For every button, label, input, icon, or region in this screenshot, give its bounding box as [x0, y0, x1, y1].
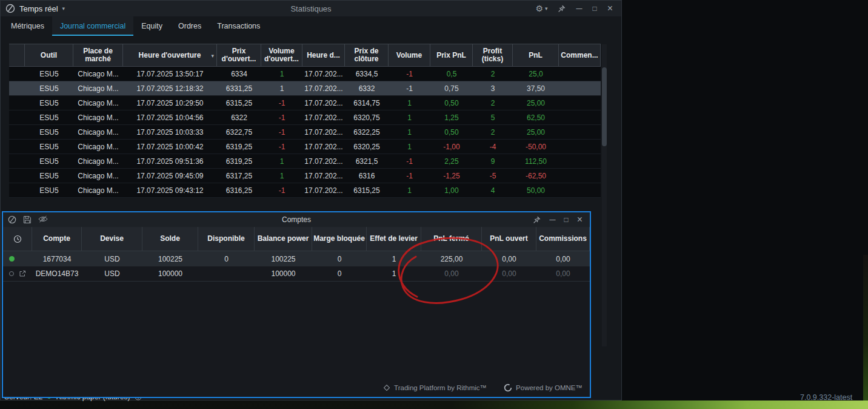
cell: -1 — [389, 81, 430, 95]
cell: 9 — [473, 154, 513, 168]
pin-icon — [533, 216, 541, 224]
workspace-selector[interactable]: Temps réel ▾ — [5, 4, 65, 13]
cell: 0 — [198, 251, 255, 266]
trade-row[interactable]: ESU5Chicago M...17.07.2025 09:43:126316,… — [9, 183, 601, 198]
window-title: Statistiques — [1, 4, 621, 13]
cell: 37,50 — [513, 81, 559, 95]
cell: 6320,75 — [345, 110, 389, 124]
cell — [9, 96, 25, 110]
trades-column-prix-de-cl-ture[interactable]: Prix de clôture — [345, 44, 389, 66]
account-row[interactable]: 1677034USD100225010022501225,000,000,00 — [3, 251, 590, 266]
brand-footer: Trading Platform by Rithmic™ Powered by … — [383, 384, 583, 392]
cell: Chicago M... — [73, 67, 123, 81]
cell: 6322,75 — [217, 125, 261, 139]
trade-row[interactable]: ESU5Chicago M...17.07.2025 10:00:426319,… — [9, 140, 601, 154]
trades-column-prix-pnl[interactable]: Prix PnL — [430, 44, 473, 66]
trade-row[interactable]: ESU5Chicago M...17.07.2025 13:50:1763341… — [9, 67, 601, 81]
trade-row[interactable]: ESU5Chicago M...17.07.2025 09:51:366319,… — [9, 154, 601, 169]
trades-column-indicator[interactable] — [9, 44, 25, 66]
cell: -1 — [261, 110, 302, 124]
trades-column-volume-d-ouvert[interactable]: Volume d'ouvert... — [261, 44, 302, 66]
trades-column-commen[interactable]: Commen... — [559, 44, 601, 66]
trades-column-heure-d[interactable]: Heure d... — [302, 44, 345, 66]
cell: 1 — [389, 183, 430, 197]
accounts-column-pnl-ferm[interactable]: PnL fermé — [421, 227, 482, 251]
close-button[interactable]: × — [607, 3, 613, 14]
tab-m-triques[interactable]: Métriques — [3, 16, 52, 36]
tab-ordres[interactable]: Ordres — [170, 16, 209, 36]
save-button[interactable] — [23, 215, 32, 224]
cell: 0,75 — [430, 81, 473, 95]
accounts-column-solde[interactable]: Solde — [142, 227, 198, 251]
accounts-column-disponible[interactable]: Disponible — [198, 227, 255, 251]
external-link-icon[interactable] — [19, 270, 26, 277]
pin-button[interactable] — [558, 5, 566, 13]
save-icon — [23, 215, 32, 224]
trade-row[interactable]: ESU5Chicago M...17.07.2025 10:03:336322,… — [9, 125, 601, 140]
trades-column-prix-d-ouvert[interactable]: Prix d'ouvert... — [217, 44, 261, 66]
accounts-column-marge-bloqu-e[interactable]: Marge bloquée — [312, 227, 367, 251]
trades-table-body: ESU5Chicago M...17.07.2025 13:50:1763341… — [9, 67, 601, 198]
trade-row[interactable]: ESU5Chicago M...17.07.2025 10:29:506315,… — [9, 96, 601, 110]
settings-button[interactable]: ⚙ ▾ — [535, 4, 547, 13]
tab-equity[interactable]: Equity — [133, 16, 170, 36]
account-row[interactable]: DEMO14B73USD100000100000010,000,000,00 — [3, 266, 590, 282]
tab-journal-commercial[interactable]: Journal commercial — [52, 16, 133, 36]
accounts-column-balance-power[interactable]: Balance power — [255, 227, 312, 251]
vertical-scrollbar[interactable] — [602, 44, 607, 346]
cell: 100225 — [255, 251, 312, 266]
minimize-button[interactable]: ─ — [549, 215, 555, 225]
cell: ESU5 — [25, 154, 73, 168]
trade-row[interactable]: ESU5Chicago M...17.07.2025 12:18:326331,… — [9, 81, 601, 96]
trades-column-pnl[interactable]: PnL — [513, 44, 559, 66]
maximize-button[interactable]: □ — [564, 215, 568, 224]
cell: -1 — [261, 140, 302, 154]
cell: 6331,25 — [217, 81, 261, 95]
titlebar: Temps réel ▾ Statistiques ⚙ ▾ ─ □ × — [1, 1, 621, 16]
cell: 6315,25 — [345, 183, 389, 197]
cell: 0,00 — [536, 266, 590, 281]
close-button[interactable]: × — [577, 214, 583, 225]
cell: 225,00 — [421, 251, 482, 266]
hide-columns-button[interactable] — [38, 215, 48, 224]
sort-filter-caret-icon[interactable]: ▾ — [211, 52, 214, 60]
gear-icon: ⚙ — [535, 4, 543, 13]
accounts-column-indicator[interactable] — [3, 227, 32, 251]
cell: Chicago M... — [73, 110, 123, 124]
minimize-button[interactable]: ─ — [576, 4, 582, 13]
cell: 1 — [261, 169, 302, 183]
rithmic-label: Trading Platform by Rithmic™ — [394, 384, 487, 391]
cell — [559, 96, 601, 110]
accounts-column-devise[interactable]: Devise — [82, 227, 142, 251]
trade-row[interactable]: ESU5Chicago M...17.07.2025 10:04:566322-… — [9, 110, 601, 125]
pin-icon — [558, 5, 566, 13]
version-text: 7.0.9.332-latest — [800, 393, 852, 402]
trades-column-volume[interactable]: Volume — [389, 44, 430, 66]
trades-column-place-de-march[interactable]: Place de marché — [73, 44, 123, 66]
accounts-column-compte[interactable]: Compte — [32, 227, 82, 251]
cell: 0,50 — [430, 125, 473, 139]
cell: 0,00 — [482, 251, 536, 266]
cell: -1 — [389, 154, 430, 168]
tab-transactions[interactable]: Transactions — [209, 16, 268, 36]
cell: 6334,5 — [345, 67, 389, 81]
accounts-column-pnl-ouvert[interactable]: PnL ouvert — [482, 227, 536, 251]
trades-column-outil[interactable]: Outil — [25, 44, 73, 66]
cell: 50,00 — [513, 183, 559, 197]
accounts-column-commissions[interactable]: Commissions — [536, 227, 590, 251]
pin-button[interactable] — [533, 216, 541, 224]
trades-column-profit-ticks[interactable]: Profit (ticks) — [473, 44, 513, 66]
cell: -1 — [261, 183, 302, 197]
accounts-table-header: CompteDeviseSoldeDisponibleBalance power… — [3, 227, 590, 251]
cell: 100000 — [255, 266, 312, 281]
trades-column-heure-d-ouverture[interactable]: Heure d'ouverture▾ — [123, 44, 217, 66]
scrollbar-thumb[interactable] — [602, 67, 607, 146]
accounts-window-controls: ─ □ × — [533, 214, 585, 225]
maximize-button[interactable]: □ — [592, 4, 596, 13]
cell — [9, 154, 25, 168]
trade-row[interactable]: ESU5Chicago M...17.07.2025 09:45:096317,… — [9, 169, 601, 183]
cell — [9, 183, 25, 197]
cell: 0,50 — [430, 96, 473, 110]
accounts-column-effet-de-levier[interactable]: Effet de levier — [367, 227, 421, 251]
cell: 2 — [473, 125, 513, 139]
